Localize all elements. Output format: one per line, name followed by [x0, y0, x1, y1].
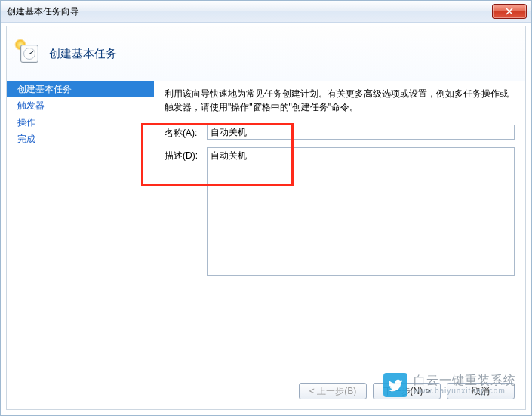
client-area: 创建基本任务 创建基本任务 触发器 操作 完成 利用该向导快速地为常见任务创建计…	[2, 23, 530, 414]
description-label: 描述(D):	[165, 147, 207, 162]
task-clock-icon	[17, 43, 38, 64]
close-icon	[506, 8, 513, 15]
sidebar-item-create-basic-task[interactable]: 创建基本任务	[7, 81, 154, 97]
cancel-button[interactable]: 取消	[447, 383, 515, 399]
sidebar-item-trigger[interactable]: 触发器	[7, 97, 154, 114]
name-row: 名称(A):	[165, 125, 515, 140]
button-bar: < 上一步(B) 下一步(N) > 取消	[154, 373, 525, 409]
name-input[interactable]	[207, 125, 515, 140]
wizard-header: 创建基本任务	[7, 26, 525, 82]
sidebar-item-action[interactable]: 操作	[7, 114, 154, 131]
wizard-main: 利用该向导快速地为常见任务创建计划。有关更多高级选项或设置，例如多任务操作或触发…	[154, 81, 525, 373]
sidebar-item-finish[interactable]: 完成	[7, 131, 154, 147]
intro-text: 利用该向导快速地为常见任务创建计划。有关更多高级选项或设置，例如多任务操作或触发…	[165, 87, 515, 114]
page-title: 创建基本任务	[49, 47, 117, 61]
wizard-sidebar: 创建基本任务 触发器 操作 完成	[7, 81, 154, 409]
description-row: 描述(D):	[165, 147, 515, 276]
wizard-window: 创建基本任务向导 创建基本任务 创建基本任务 触发器 操作 完成 利用该向导快速…	[0, 0, 532, 416]
close-button[interactable]	[492, 4, 527, 19]
window-title: 创建基本任务向导	[7, 5, 79, 18]
next-button[interactable]: 下一步(N) >	[373, 383, 441, 399]
back-button: < 上一步(B)	[299, 383, 367, 399]
titlebar: 创建基本任务向导	[1, 1, 531, 23]
name-label: 名称(A):	[165, 125, 207, 140]
description-input[interactable]	[207, 147, 515, 276]
inner-frame: 创建基本任务 创建基本任务 触发器 操作 完成 利用该向导快速地为常见任务创建计…	[6, 26, 526, 410]
